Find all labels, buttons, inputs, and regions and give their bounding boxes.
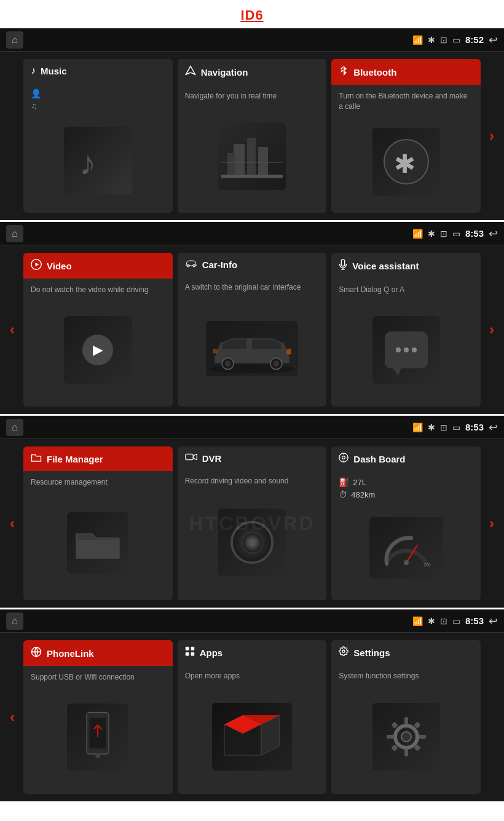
home-icon-4[interactable]: ⌂ [6,613,23,630]
svg-rect-21 [342,260,345,266]
svg-rect-52 [404,717,408,724]
svg-rect-20 [213,349,218,354]
apps-image [212,703,292,771]
card-music[interactable]: ♪ Music 👤 ♫ ♪ [23,59,173,213]
carinfo-desc: A switch to the original car interface [185,282,320,293]
dvr-header-icon [185,453,197,464]
svg-rect-54 [387,735,394,739]
svg-rect-42 [191,647,194,651]
camera-lens-inner [242,532,263,553]
card-body-bt: Turn on the Bluetooth device and make a … [331,85,481,213]
chat-image [372,316,440,384]
topbar-2: ⌂ 📶 ✱ ⊡ ▭ 8:53 ↩ [0,222,504,245]
video-label: Video [47,261,72,271]
fuel-icon: ⛽ [339,477,349,487]
card-carinfo[interactable]: Car-Info A switch to the original car in… [178,253,327,407]
card-phonelink[interactable]: PhoneLink Support USB or Wifi connection [23,640,173,794]
wifi-icon-1: 📶 [412,35,423,45]
svg-text:200: 200 [423,563,430,567]
card-header-navigation: Navigation [178,59,327,85]
dvr-image [218,509,286,576]
nav-thumb [185,106,320,207]
card-settings[interactable]: Settings System function settings [331,640,481,794]
user-icon: 👤 [31,89,165,98]
svg-point-14 [209,365,296,374]
card-body-nav: Navigate for you in real time [178,85,327,213]
battery-icon-3: ▭ [452,422,460,432]
card-body-video: Do not watch the video while driving ▶ [23,279,173,407]
phonelink-svg [76,710,119,765]
folder-svg [73,518,122,568]
card-dashboard[interactable]: Dash Board ⛽ 27L ⏱ 482km [331,446,481,600]
back-icon-3[interactable]: ↩ [489,421,498,434]
left-arrow-2[interactable]: ‹ [2,314,22,345]
card-filemanager[interactable]: File Manager Resource management [23,446,173,600]
voice-desc: Smart Dialog Q or A [339,285,473,295]
carinfo-header-icon [185,259,197,270]
apps-thumb [185,686,320,788]
back-icon-4[interactable]: ↩ [489,614,498,628]
media-icon-1: ⊡ [440,35,447,45]
cards-inner-4: PhoneLink Support USB or Wifi connection [23,640,481,794]
back-icon-2[interactable]: ↩ [489,227,498,240]
music-art: ♪ [64,127,132,194]
card-voice[interactable]: Voice assistant Smart Dialog Q or A [331,253,481,407]
left-arrow-3[interactable]: ‹ [2,508,22,539]
distance-info: ⏱ 482km [339,490,473,499]
settings-image [372,703,440,771]
card-bluetooth[interactable]: Bluetooth Turn on the Bluetooth device a… [331,59,481,213]
svg-rect-24 [185,454,192,459]
topbar-4: ⌂ 📶 ✱ ⊡ ▭ 8:53 ↩ [0,609,504,633]
card-body-dvr: Record driving video and sound [178,470,327,600]
right-arrow-3[interactable]: › [482,508,502,539]
home-icon-1[interactable]: ⌂ [6,31,23,49]
right-arrow-1[interactable]: › [482,121,502,151]
svg-point-49 [342,650,345,652]
car-image [206,321,298,376]
svg-rect-2 [234,144,245,178]
battery-icon-2: ▭ [452,229,460,239]
back-icon-1[interactable]: ↩ [489,33,498,47]
phone-image [67,704,128,771]
topbar-right-1: 📶 ✱ ⊡ ▭ 8:52 ↩ [412,33,498,47]
svg-point-13 [192,264,195,267]
dash-label: Dash Board [353,454,405,464]
car-thumb [185,298,320,400]
svg-text:✱: ✱ [394,149,415,178]
card-header-carinfo: Car-Info [178,253,327,276]
svg-point-33 [404,560,409,565]
home-icon-3[interactable]: ⌂ [6,419,23,436]
topbar-left-2: ⌂ [6,225,23,242]
pl-thumb [31,688,165,788]
card-apps[interactable]: Apps Open more apps [178,640,327,794]
fm-desc: Resource management [31,477,165,488]
topbar-1: ⌂ 📶 ✱ ⊡ ▭ 8:52 ↩ [0,28,504,52]
home-icon-2[interactable]: ⌂ [6,225,23,242]
left-arrow-4[interactable]: ‹ [2,702,22,732]
card-video[interactable]: Video Do not watch the video while drivi… [23,253,173,407]
cards-row-1: › ♪ Music 👤 ♫ ♪ [0,52,504,220]
apps-header-icon [185,646,195,659]
play-button[interactable]: ▶ [82,335,113,365]
wifi-icon-4: 📶 [412,616,423,626]
right-arrow-2[interactable]: › [482,314,502,345]
nav-image [218,122,286,190]
battery-icon-4: ▭ [452,616,460,626]
svg-rect-53 [404,749,408,756]
wifi-icon-2: 📶 [412,229,423,239]
media-icon-4: ⊡ [440,616,447,626]
music-note-svg: ♪ [76,139,119,182]
time-display-4: 8:53 [465,616,484,626]
nav-header-icon [185,65,196,79]
svg-point-18 [274,361,279,367]
bluetooth-status-icon-3: ✱ [428,422,435,432]
card-header-apps: Apps [178,640,327,665]
card-dvr[interactable]: DVR Record driving video and sound [178,446,327,600]
settings-header-icon [339,646,348,659]
svg-marker-11 [36,263,39,266]
card-navigation[interactable]: Navigation Navigate for you in real time [178,59,327,213]
bt-image: ✱ [372,128,440,196]
cards-row-2: ‹ › Video Do not watch the video while d… [0,245,504,414]
svg-point-16 [225,361,230,367]
voice-header-icon [339,259,347,272]
